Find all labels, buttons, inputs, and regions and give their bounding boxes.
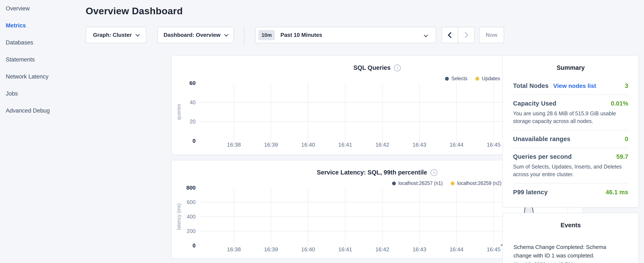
sidebar-item-network-latency[interactable]: Network Latency: [0, 68, 85, 85]
summary-row-unavailable-ranges: Unavailable ranges 0: [513, 130, 628, 148]
y-tick-label: 60: [190, 81, 196, 86]
y-axis-title: latency (ms): [176, 203, 182, 230]
summary-row-total-nodes: Total Nodes View nodes list 3: [513, 77, 628, 95]
sidebar-item-metrics[interactable]: Metrics: [0, 17, 85, 34]
time-step-forward-button[interactable]: [458, 27, 474, 43]
sidebar-item-jobs[interactable]: Jobs: [0, 85, 85, 102]
x-tick-label: 16:38: [227, 246, 241, 252]
y-tick-label: 40: [190, 99, 196, 105]
sidebar: Overview Metrics Databases Statements Ne…: [0, 0, 85, 119]
y-tick-label: 0: [193, 138, 196, 144]
x-tick-label: 16:41: [338, 246, 352, 252]
legend-dot: [392, 181, 396, 185]
summary-value: 46.1 ms: [606, 189, 628, 196]
y-tick-label: 600: [187, 199, 196, 205]
x-tick-label: 16:39: [264, 246, 278, 252]
dashboard-dropdown[interactable]: Dashboard: Overview: [157, 27, 234, 43]
summary-label: Unavailable ranges: [513, 136, 570, 143]
y-tick-label: 20: [190, 119, 196, 124]
y-tick-label: 800: [186, 186, 196, 191]
chart-title: Service Latency: SQL, 99th percentile: [317, 169, 427, 176]
x-tick-label: 16:43: [412, 141, 426, 148]
legend-label: Selects: [451, 76, 467, 82]
view-nodes-list-link[interactable]: View nodes list: [553, 83, 596, 89]
legend-item: localhost:26257 (n1): [392, 180, 443, 186]
legend-dot: [445, 77, 449, 81]
legend-label: localhost:26259 (n2): [457, 180, 501, 186]
summary-title: Summary: [513, 56, 628, 77]
time-step-buttons: [442, 27, 475, 43]
sidebar-item-advanced-debug[interactable]: Advanced Debug: [0, 102, 85, 119]
legend-dot: [451, 181, 454, 185]
x-tick-label: 16:45: [487, 246, 500, 252]
page-title: Overview Dashboard: [86, 6, 183, 17]
now-button[interactable]: Now: [479, 27, 504, 43]
x-tick-label: 16:40: [301, 246, 315, 252]
toolbar: Graph: Cluster Dashboard: Overview 10m P…: [86, 27, 497, 43]
time-range-badge: 10m: [258, 30, 275, 40]
sidebar-item-statements[interactable]: Statements: [0, 51, 85, 68]
x-tick-label: 16:44: [450, 246, 464, 252]
x-tick-label: 16:42: [376, 141, 389, 148]
legend-item: Selects: [445, 76, 467, 82]
time-range-dropdown[interactable]: 10m Past 10 Minutes: [255, 27, 436, 43]
summary-value: 0.01%: [611, 100, 628, 107]
events-panel: Events Schema Change Completed: Schema c…: [502, 213, 639, 263]
legend-item: Updates: [476, 76, 500, 82]
dashboard-dropdown-label: Dashboard: Overview: [164, 32, 220, 38]
x-tick-label: 16:44: [450, 141, 464, 148]
legend-label: Updates: [482, 76, 500, 82]
chevron-down-icon: [224, 32, 228, 37]
x-tick-label: 16:42: [376, 246, 389, 252]
x-tick-label: 16:43: [412, 246, 426, 252]
sidebar-item-overview[interactable]: Overview: [0, 0, 85, 17]
summary-label: Capacity Used: [513, 100, 556, 107]
time-range-label: Past 10 Minutes: [280, 32, 322, 38]
info-icon[interactable]: i: [430, 169, 437, 176]
legend-dot: [476, 77, 479, 81]
summary-value: 59.7: [616, 153, 628, 160]
info-icon[interactable]: i: [394, 65, 401, 71]
summary-label: Total Nodes: [513, 82, 548, 89]
graph-scope-dropdown-label: Graph: Cluster: [93, 32, 132, 38]
y-tick-label: 200: [187, 228, 196, 234]
sidebar-item-databases[interactable]: Databases: [0, 34, 85, 51]
legend-label: localhost:26257 (n1): [398, 180, 443, 186]
summary-description: Sum of Selects, Updates, Inserts, and De…: [513, 163, 628, 178]
x-tick-label: 16:40: [301, 141, 315, 148]
chevron-left-icon: [448, 32, 454, 38]
summary-value: 0: [625, 136, 628, 143]
summary-row-p99-latency: P99 latency 46.1 ms: [513, 184, 628, 201]
x-tick-label: 16:45: [487, 141, 500, 148]
summary-row-capacity-used: Capacity Used 0.01% You are using 28.6 M…: [513, 95, 628, 130]
summary-row-queries-per-second: Queries per second 59.7 Sum of Selects, …: [513, 148, 628, 184]
x-tick-label: 16:39: [264, 141, 278, 148]
chevron-right-icon: [462, 32, 468, 38]
chevron-down-icon: [424, 33, 428, 37]
summary-panel: Summary Total Nodes View nodes list 3 Ca…: [502, 55, 639, 207]
y-tick-label: 0: [193, 242, 196, 249]
legend-item: localhost:26259 (n2): [451, 180, 501, 186]
x-tick-label: 16:41: [338, 141, 352, 148]
events-title: Events: [514, 213, 628, 235]
summary-description: You are using 28.6 MiB of 515.9 GiB usab…: [513, 110, 628, 125]
y-axis-title: queries: [176, 104, 182, 120]
y-tick-label: 400: [187, 214, 196, 220]
event-timestamp: May 13, 2020 at 4:45 PM: [514, 261, 628, 263]
graph-scope-dropdown[interactable]: Graph: Cluster: [86, 27, 146, 43]
toolbar-divider: [244, 26, 244, 44]
summary-label: Queries per second: [513, 153, 572, 160]
time-step-back-button[interactable]: [442, 27, 458, 43]
chevron-down-icon: [136, 32, 140, 37]
x-tick-label: 16:38: [227, 141, 241, 148]
event-message[interactable]: Schema Change Completed: Schema change w…: [514, 243, 621, 260]
chart-title: SQL Queries: [353, 64, 390, 71]
summary-value: 3: [625, 82, 628, 89]
summary-label: P99 latency: [513, 189, 548, 196]
